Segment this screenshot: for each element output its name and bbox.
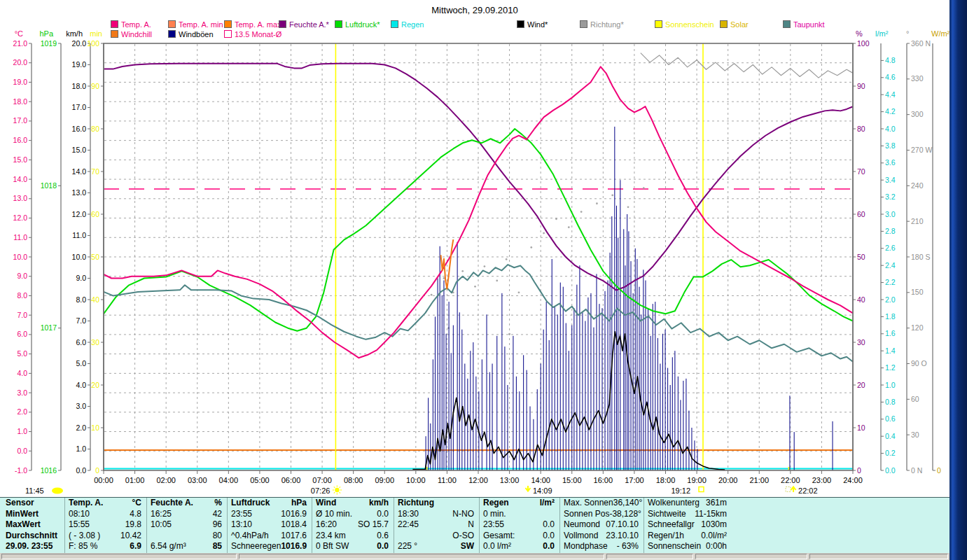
svg-text:70: 70 bbox=[91, 167, 99, 176]
svg-text:11:00: 11:00 bbox=[438, 476, 457, 484]
cell-label: Wolkenunterg bbox=[648, 498, 700, 509]
cell-label: Richtung bbox=[398, 498, 434, 509]
svg-text:90: 90 bbox=[91, 82, 99, 90]
cell-label: Regen bbox=[483, 498, 509, 509]
svg-text:16.0: 16.0 bbox=[72, 125, 87, 133]
svg-text:18.0: 18.0 bbox=[13, 97, 28, 106]
cell-value: 6.9 bbox=[130, 541, 141, 552]
svg-text:10.0: 10.0 bbox=[72, 253, 87, 261]
left-time-marker: 11:45 bbox=[25, 486, 44, 495]
sun-icon bbox=[333, 486, 342, 495]
svg-text:09:00: 09:00 bbox=[375, 476, 394, 484]
humidity-axis-header: % bbox=[856, 29, 863, 38]
cell-label: 16:20 bbox=[316, 519, 337, 531]
svg-text:10: 10 bbox=[91, 424, 99, 432]
rain-axis-header: l/m² bbox=[875, 29, 889, 38]
svg-text:18.0: 18.0 bbox=[72, 82, 87, 90]
cell-value: hPa bbox=[291, 498, 307, 509]
cell-value: 80 bbox=[213, 531, 222, 542]
cell-label: Schneefallgr bbox=[648, 519, 695, 531]
cell-value: 0.0 bbox=[377, 509, 389, 520]
svg-text:17:00: 17:00 bbox=[625, 476, 644, 484]
svg-text:0.0: 0.0 bbox=[17, 447, 27, 455]
svg-text:1.4: 1.4 bbox=[885, 346, 896, 355]
svg-text:3.2: 3.2 bbox=[885, 192, 896, 201]
cell-value: 96 bbox=[213, 519, 222, 531]
svg-text:9.0: 9.0 bbox=[17, 272, 27, 280]
cell-label: ^0.4hPa/h bbox=[231, 531, 269, 542]
svg-text:0.0: 0.0 bbox=[76, 466, 86, 475]
svg-text:40: 40 bbox=[857, 295, 865, 304]
svg-text:50: 50 bbox=[91, 253, 99, 261]
svg-text:20: 20 bbox=[91, 381, 99, 389]
svg-text:150: 150 bbox=[911, 288, 924, 296]
sensor-table: SensorMinWertMaxWertDurchschnitt29.09. 2… bbox=[0, 497, 949, 554]
svg-text:1019: 1019 bbox=[41, 39, 57, 48]
cell-label: ( - 3.08 ) bbox=[69, 531, 100, 542]
cell-label: 225 ° bbox=[398, 541, 417, 552]
cell-value: 1017.6 bbox=[281, 531, 307, 542]
statusbar-panel-3 bbox=[606, 554, 693, 559]
cell-label: Feuchte A. bbox=[151, 498, 193, 509]
cell-value: SW bbox=[461, 541, 474, 552]
svg-text:3.0: 3.0 bbox=[76, 402, 86, 410]
cell-label: 22:45 bbox=[398, 519, 419, 531]
svg-text:15.0: 15.0 bbox=[13, 155, 28, 164]
cell-label: Luftdruck bbox=[231, 498, 270, 509]
svg-text:17.0: 17.0 bbox=[72, 103, 87, 111]
cloud-icon bbox=[52, 488, 63, 494]
cell-value: 07.10.10 bbox=[606, 519, 639, 531]
svg-text:20:00: 20:00 bbox=[718, 476, 738, 484]
svg-text:13:00: 13:00 bbox=[500, 476, 520, 484]
svg-text:3.0: 3.0 bbox=[17, 388, 27, 397]
sunset-marker: 19:12 bbox=[671, 486, 690, 495]
table-row-headers: SensorMinWertMaxWertDurchschnitt29.09. 2… bbox=[2, 498, 63, 554]
cell-label: 0 min. bbox=[483, 509, 506, 520]
cell-value: 4.8 bbox=[130, 509, 141, 520]
svg-text:5.0: 5.0 bbox=[76, 359, 86, 368]
time-axis: 00:0001:0002:0003:0004:0005:0006:0007:00… bbox=[94, 470, 863, 484]
svg-text:16.0: 16.0 bbox=[13, 136, 28, 144]
svg-text:2.0: 2.0 bbox=[76, 424, 86, 432]
svg-text:60: 60 bbox=[91, 210, 99, 218]
table-column-luftdruck: LuftdruckhPa23:551016.913:101018.4^0.4hP… bbox=[227, 498, 310, 554]
statusbar-panel-5 bbox=[809, 554, 948, 559]
svg-text:0.8: 0.8 bbox=[885, 398, 896, 406]
svg-text:21:00: 21:00 bbox=[749, 476, 769, 484]
svg-text:5.0: 5.0 bbox=[17, 349, 27, 358]
cell-label: 08:10 bbox=[69, 509, 90, 520]
svg-text:05:00: 05:00 bbox=[250, 476, 270, 484]
svg-text:14:00: 14:00 bbox=[531, 476, 550, 484]
svg-text:40: 40 bbox=[91, 295, 99, 304]
svg-text:30: 30 bbox=[91, 338, 99, 346]
svg-text:300: 300 bbox=[911, 110, 924, 118]
svg-text:90 O: 90 O bbox=[911, 359, 927, 368]
svg-text:360 N: 360 N bbox=[911, 39, 931, 48]
cell-label: MinWert bbox=[6, 509, 39, 520]
moonrise-square-icon bbox=[786, 487, 791, 492]
cell-value: 0.0 bbox=[543, 541, 555, 552]
svg-text:10: 10 bbox=[857, 424, 865, 432]
svg-text:01:00: 01:00 bbox=[125, 476, 145, 484]
svg-text:4.4: 4.4 bbox=[885, 90, 896, 99]
cell-value: km/h bbox=[369, 498, 389, 509]
table-column-wind: Windkm/hØ 10 min.0.016:20SO 15.723.4 km0… bbox=[312, 498, 392, 554]
sunrise-marker: 07:26 bbox=[311, 486, 331, 495]
svg-text:4.8: 4.8 bbox=[885, 56, 896, 64]
svg-text:2.6: 2.6 bbox=[885, 244, 896, 252]
table-info-column-1: Max. Sonnen36,140°Sonnen Pos-38,128°Neum… bbox=[559, 498, 642, 554]
svg-text:80: 80 bbox=[91, 125, 99, 133]
svg-text:10.0: 10.0 bbox=[13, 253, 28, 261]
svg-text:19:00: 19:00 bbox=[687, 476, 707, 484]
svg-text:100: 100 bbox=[87, 39, 99, 48]
cell-value: 0.0 bbox=[543, 531, 555, 542]
statusbar-panel-4 bbox=[695, 554, 807, 559]
cell-value: 85 bbox=[213, 541, 222, 552]
svg-text:8.0: 8.0 bbox=[76, 295, 86, 304]
svg-text:2.0: 2.0 bbox=[885, 295, 896, 304]
table-column-regen: Regenl/m²0 min.23:550.0Gesamt:0.00.0 l/m… bbox=[479, 498, 558, 554]
moonrise-marker: 22:02 bbox=[798, 486, 818, 495]
svg-text:1.0: 1.0 bbox=[76, 444, 86, 453]
direction-dots bbox=[431, 187, 645, 335]
cell-label: MaxWert bbox=[6, 519, 41, 531]
